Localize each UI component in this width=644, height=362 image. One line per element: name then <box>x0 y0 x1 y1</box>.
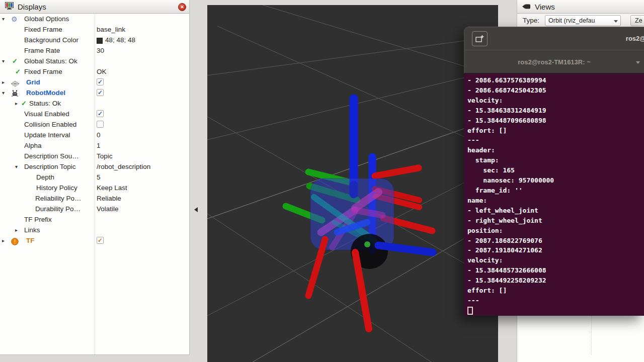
tf-axis-x <box>375 168 419 176</box>
row-checkbox[interactable] <box>97 121 104 128</box>
row-label: Reliability Po… <box>35 195 82 202</box>
panel-splitter[interactable] <box>190 0 207 362</box>
rviz-window: Displays ✕ ▾⚙Global OptionsFixed Frameba… <box>0 0 644 362</box>
row-label: TF <box>26 237 35 244</box>
collapse-arrow-icon[interactable]: ▸ <box>15 227 18 233</box>
tree-row-links[interactable]: ▸Links <box>0 225 189 236</box>
row-value[interactable]: Reliable <box>97 195 121 202</box>
terminal-tabbar[interactable]: ros2@ros2-TM1613R: ~ <box>464 50 644 73</box>
zero-button-label: Ze <box>635 17 642 24</box>
displays-panel-title: Displays <box>18 3 46 11</box>
row-checkbox[interactable]: ✓ <box>97 78 104 85</box>
check-icon: ✓ <box>12 57 18 65</box>
expand-arrow-icon[interactable]: ▾ <box>2 58 5 64</box>
tree-row-alpha[interactable]: Alpha1 <box>0 141 189 151</box>
tree-row-durability-policy[interactable]: Durability Po…Volatile <box>0 204 189 215</box>
row-label: Global Status: Ok <box>24 57 77 65</box>
terminal-text: - 2086.6637576389994 - 2086.668742504230… <box>467 75 644 306</box>
view-type-value: Orbit (rviz_defau <box>548 17 595 24</box>
row-value[interactable]: base_link <box>97 26 125 33</box>
color-swatch[interactable] <box>97 38 103 44</box>
tree-row-background-color[interactable]: Background Color48; 48; 48 <box>0 35 189 46</box>
row-checkbox[interactable]: ✓ <box>97 237 104 244</box>
tree-row-description-topic[interactable]: ▾Description Topic/robot_description <box>0 162 189 172</box>
tree-row-robot-status[interactable]: ▸✓Status: Ok <box>0 99 189 109</box>
views-panel-title: Views <box>535 3 555 11</box>
row-value[interactable]: 5 <box>97 173 101 181</box>
tree-row-description-source[interactable]: Description Sou…Topic <box>0 151 189 162</box>
row-label: Visual Enabled <box>24 110 69 118</box>
grid-icon <box>11 80 19 88</box>
tf-axis-y-nub <box>364 241 370 247</box>
collapse-arrow-icon[interactable]: ▸ <box>2 238 5 243</box>
row-label: RobotModel <box>26 89 65 97</box>
zero-button[interactable]: Ze <box>630 15 644 26</box>
row-checkbox[interactable]: ✓ <box>97 110 104 117</box>
chevron-down-icon <box>614 20 618 23</box>
close-icon[interactable]: ✕ <box>178 3 186 11</box>
displays-tree[interactable]: ▾⚙Global OptionsFixed Framebase_linkBack… <box>0 14 189 354</box>
row-label: Description Sou… <box>24 152 79 160</box>
row-value[interactable]: 48; 48; 48 <box>105 36 135 44</box>
terminal-tab[interactable]: ros2@ros2-TM1613R: ~ <box>464 58 644 66</box>
row-value[interactable]: Topic <box>97 152 113 160</box>
displays-panel: Displays ✕ ▾⚙Global OptionsFixed Frameba… <box>0 0 190 362</box>
tree-row-fixed-frame-status[interactable]: ✓Fixed FrameOK <box>0 67 189 77</box>
collapse-arrow-icon[interactable]: ▸ <box>15 101 18 106</box>
tf-icon <box>11 238 19 247</box>
terminal-window[interactable]: ros2@ ros2@ros2-TM1613R: ~ - 2086.663757… <box>464 27 644 316</box>
tree-row-grid[interactable]: ▸Grid✓ <box>0 77 189 88</box>
tree-row-tf-prefix[interactable]: TF Prefix <box>0 215 189 225</box>
row-label: TF Prefix <box>24 216 52 223</box>
toolbar-edge <box>207 0 498 5</box>
tree-row-global-status[interactable]: ▾✓Global Status: Ok <box>0 56 189 67</box>
new-tab-button[interactable] <box>472 31 488 46</box>
tree-row-update-interval[interactable]: Update Interval0 <box>0 130 189 141</box>
row-value[interactable]: Keep Last <box>97 184 127 192</box>
chevron-down-icon[interactable] <box>636 61 640 64</box>
row-label: Fixed Frame <box>24 68 62 75</box>
row-label: Depth <box>36 173 54 181</box>
collapse-panel-icon[interactable] <box>194 207 198 212</box>
terminal-output[interactable]: - 2086.6637576389994 - 2086.668742504230… <box>464 73 644 316</box>
views-panel-titlebar[interactable]: Views <box>517 0 644 14</box>
displays-panel-titlebar[interactable]: Displays ✕ <box>0 0 189 14</box>
tree-row-fixed-frame[interactable]: Fixed Framebase_link <box>0 25 189 35</box>
displays-icon <box>5 2 14 11</box>
tree-row-global-options[interactable]: ▾⚙Global Options <box>0 14 189 25</box>
tree-row-tf[interactable]: ▸TF✓ <box>0 236 189 246</box>
gear-icon: ⚙ <box>11 15 18 23</box>
tree-row-visual-enabled[interactable]: Visual Enabled✓ <box>0 109 189 120</box>
row-label: Frame Rate <box>24 47 60 54</box>
tree-row-history-policy[interactable]: History PolicyKeep Last <box>0 183 189 194</box>
row-value[interactable]: OK <box>97 68 107 75</box>
row-label: Fixed Frame <box>24 26 62 33</box>
row-value[interactable]: 30 <box>97 47 104 54</box>
tree-row-robot-model[interactable]: ▾RobotModel✓ <box>0 88 189 99</box>
terminal-titlebar[interactable]: ros2@ <box>464 27 644 50</box>
tree-row-collision-enabled[interactable]: Collision Enabled <box>0 120 189 130</box>
expand-arrow-icon[interactable]: ▾ <box>15 164 18 169</box>
tree-row-frame-rate[interactable]: Frame Rate30 <box>0 46 189 56</box>
displays-panel-footer <box>0 354 190 362</box>
expand-arrow-icon[interactable]: ▾ <box>2 16 5 22</box>
tree-row-depth[interactable]: Depth5 <box>0 172 189 183</box>
row-value[interactable]: 1 <box>97 142 101 149</box>
row-checkbox[interactable]: ✓ <box>97 89 104 96</box>
row-value[interactable]: Volatile <box>97 205 119 213</box>
terminal-window-title: ros2@ <box>626 35 644 42</box>
row-label: Alpha <box>24 142 42 149</box>
tree-row-reliability-policy[interactable]: Reliability Po…Reliable <box>0 194 189 204</box>
expand-arrow-icon[interactable]: ▾ <box>2 90 5 96</box>
views-type-row: Type: Orbit (rviz_defau Ze <box>517 14 644 27</box>
row-label: Background Color <box>24 36 78 44</box>
row-label: Grid <box>26 78 40 86</box>
render-viewport[interactable] <box>207 5 498 362</box>
views-type-label: Type: <box>523 17 539 24</box>
terminal-cursor <box>467 307 473 315</box>
row-value[interactable]: 0 <box>97 131 101 139</box>
row-value[interactable]: /robot_description <box>97 163 150 170</box>
view-type-dropdown[interactable]: Orbit (rviz_defau <box>545 15 621 26</box>
collapse-arrow-icon[interactable]: ▸ <box>2 79 5 85</box>
row-label: Status: Ok <box>29 100 61 107</box>
